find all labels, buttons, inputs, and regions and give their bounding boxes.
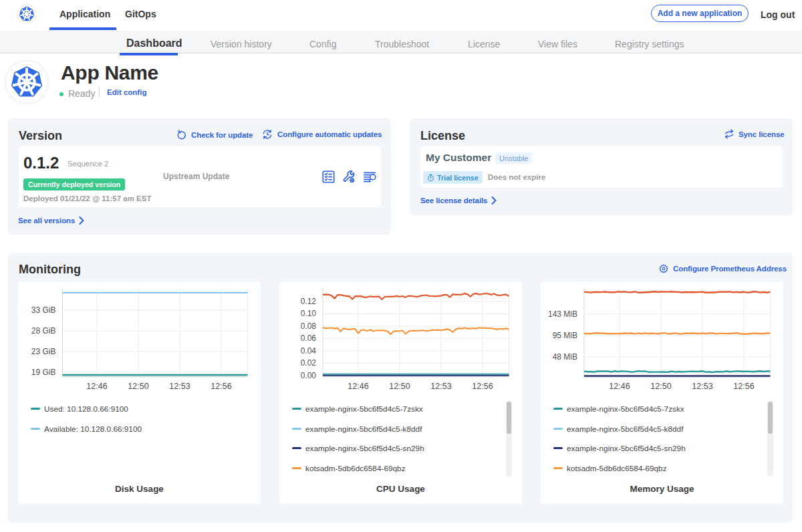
svg-text:12:50: 12:50 bbox=[650, 382, 671, 391]
svg-text:23 GiB: 23 GiB bbox=[31, 347, 56, 356]
svg-text:0.10: 0.10 bbox=[301, 309, 317, 318]
svg-text:0.08: 0.08 bbox=[301, 321, 317, 331]
svg-text:0.12: 0.12 bbox=[301, 297, 317, 306]
svg-text:12:53: 12:53 bbox=[430, 382, 451, 391]
svg-text:12:56: 12:56 bbox=[472, 382, 493, 391]
svg-text:12:50: 12:50 bbox=[128, 382, 148, 391]
svg-text:48 MiB: 48 MiB bbox=[553, 352, 577, 362]
svg-text:12:46: 12:46 bbox=[609, 382, 630, 391]
svg-text:12:50: 12:50 bbox=[389, 382, 410, 391]
svg-text:12:46: 12:46 bbox=[348, 382, 368, 391]
svg-text:28 GiB: 28 GiB bbox=[31, 326, 56, 336]
svg-text:95 MiB: 95 MiB bbox=[553, 331, 577, 340]
svg-text:0.04: 0.04 bbox=[301, 346, 317, 356]
svg-text:0.06: 0.06 bbox=[301, 334, 317, 343]
svg-text:12:46: 12:46 bbox=[86, 382, 107, 391]
svg-text:19 GiB: 19 GiB bbox=[31, 368, 56, 377]
svg-text:33 GiB: 33 GiB bbox=[31, 305, 56, 315]
svg-text:12:53: 12:53 bbox=[169, 382, 190, 391]
svg-text:143 MiB: 143 MiB bbox=[548, 309, 577, 319]
svg-text:12:56: 12:56 bbox=[211, 382, 231, 391]
svg-text:12:53: 12:53 bbox=[692, 382, 712, 391]
svg-text:0.02: 0.02 bbox=[301, 358, 317, 368]
svg-text:0.00: 0.00 bbox=[301, 371, 317, 380]
svg-text:12:56: 12:56 bbox=[733, 382, 754, 391]
